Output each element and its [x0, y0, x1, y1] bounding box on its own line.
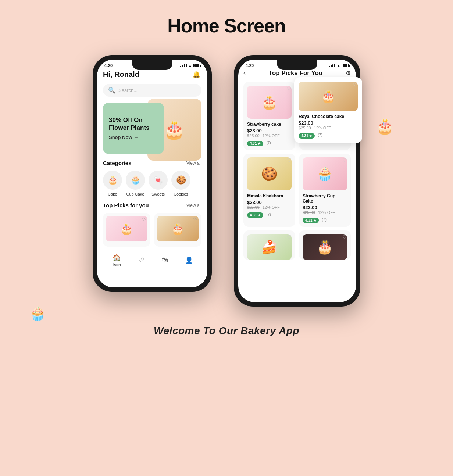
category-cookies[interactable]: 🍪 Cookies — [171, 171, 190, 196]
cart-icon: 🛍 — [161, 256, 168, 264]
product-name-strawberry: Strawberry cake — [247, 122, 292, 127]
product-card-roll[interactable]: 🍰 ♡ — [243, 230, 295, 260]
nav-favorites[interactable]: ♡ — [138, 256, 144, 264]
category-sweets[interactable]: 🍬 Sweets — [149, 171, 168, 196]
cake-label: Cake — [108, 192, 117, 196]
rating-badge-strawberry: 4.31 ★ — [247, 141, 263, 146]
top-picks-view-all[interactable]: View all — [186, 203, 201, 208]
popup-rating-row: 4.31 ★ (7) — [299, 132, 358, 139]
rating-badge-masala: 4.31 ★ — [247, 212, 263, 218]
status-icons-left: ▲ — [180, 64, 200, 68]
product-name-cupcake: Strawberry Cup Cake — [303, 193, 347, 204]
product-heart-cupcake[interactable]: ♡ — [342, 157, 347, 163]
product-heart-roll[interactable]: ♡ — [287, 234, 292, 240]
popup-product-price: $23.00 — [299, 120, 358, 126]
product-off-masala: 12% OFF — [263, 205, 280, 210]
pick-card-2[interactable]: 🎂 ♡ — [154, 213, 201, 247]
rating-badge-cupcake: 4.31 ★ — [303, 218, 319, 223]
product-img-strawberry: 🎂 — [247, 86, 292, 119]
cookies-icon: 🍪 — [171, 171, 190, 190]
search-bar[interactable]: 🔍 Search... — [103, 84, 201, 97]
product-img-masala: 🍪 — [247, 157, 292, 190]
product-heart-masala[interactable]: ♡ — [287, 157, 292, 163]
status-time-left: 4:20 — [104, 63, 113, 68]
cupcake-decoration-left: 🧁 — [29, 306, 46, 321]
profile-icon: 👤 — [185, 256, 193, 264]
categories-view-all[interactable]: View all — [186, 161, 201, 166]
product-img-roll: 🍰 — [247, 234, 292, 260]
search-placeholder: Search... — [118, 87, 138, 93]
greeting-text: Hi, Ronald — [103, 70, 139, 79]
categories-row: 🎂 Cake 🧁 Cup Cake 🍬 Sweets 🍪 Cookies — [103, 171, 201, 196]
back-button[interactable]: ‹ — [243, 69, 246, 77]
product-card-dark[interactable]: 🎂 ♡ — [299, 230, 351, 260]
cake-icon: 🎂 — [103, 171, 122, 190]
promo-shop-now[interactable]: Shop Now → — [109, 135, 158, 140]
heart-nav-icon: ♡ — [138, 256, 144, 264]
category-cake[interactable]: 🎂 Cake — [103, 171, 122, 196]
product-price-strawberry: $23.00 — [247, 128, 292, 133]
product-heart-dark[interactable]: ♡ — [342, 234, 347, 240]
welcome-text: Welcome To Our Bakery App — [154, 325, 299, 337]
product-card-cupcake[interactable]: 🧁 ♡ Strawberry Cup Cake $23.00 $25.00 12… — [299, 154, 351, 227]
highlighted-product-popup[interactable]: 🎂 ♡ Royal Chocolate cake $23.00 $25.00 1… — [294, 77, 362, 143]
wifi-icon: ▲ — [188, 64, 192, 68]
rating-row-strawberry: 4.31 ★ (7) — [247, 139, 292, 146]
product-card-masala[interactable]: 🍪 ♡ Masala Khakhara $23.00 $25.00 12% OF… — [243, 154, 295, 227]
review-count-masala: (7) — [266, 212, 271, 216]
category-cupcake[interactable]: 🧁 Cup Cake — [126, 171, 145, 196]
battery-icon — [193, 64, 200, 67]
battery-icon-right — [342, 64, 349, 67]
pick-card-1-image: 🎂 — [106, 216, 147, 241]
right-header-title: Top Picks For You — [269, 69, 322, 77]
nav-home[interactable]: 🏠 Home — [111, 254, 121, 266]
sweets-icon: 🍬 — [149, 171, 168, 190]
phones-row: 4:20 ▲ Hi, Ronald — [7, 55, 446, 307]
cupcake-icon: 🧁 — [126, 171, 145, 190]
signal-icon-right — [329, 64, 335, 67]
status-time-right: 4:20 — [246, 63, 254, 68]
popup-heart[interactable]: ♡ — [353, 82, 358, 87]
product-off-cupcake: 12% OFF — [318, 210, 335, 215]
search-icon: 🔍 — [108, 87, 115, 94]
nav-profile[interactable]: 👤 — [185, 256, 193, 264]
popup-image: 🎂 — [299, 82, 358, 111]
nav-cart[interactable]: 🛍 — [161, 256, 168, 264]
filter-icon[interactable]: ⚙ — [346, 69, 351, 76]
review-count-strawberry: (7) — [266, 141, 271, 145]
popup-review-count: (7) — [318, 133, 322, 137]
product-oldprice-strawberry: $25.00 — [247, 133, 260, 138]
popup-off: 12% OFF — [314, 126, 331, 130]
pick-heart-2[interactable]: ♡ — [193, 216, 198, 222]
wifi-icon-right: ▲ — [337, 64, 340, 68]
left-phone: 4:20 ▲ Hi, Ronald — [93, 55, 212, 292]
categories-section-header: Categories View all — [103, 160, 201, 166]
popup-rating-badge: 4.31 ★ — [299, 133, 315, 139]
pick-heart-1[interactable]: ♡ — [142, 216, 147, 222]
review-count-cupcake: (7) — [322, 218, 326, 222]
product-heart-strawberry[interactable]: ♡ — [287, 86, 292, 92]
promo-banner[interactable]: 30% Off OnFlower Plants Shop Now → 🎂 — [103, 103, 201, 154]
pick-card-1[interactable]: 🎂 ♡ — [103, 213, 150, 247]
product-price-cupcake: $23.00 — [303, 205, 347, 210]
cake-decoration-right: 🎂 — [376, 118, 394, 135]
popup-product-name: Royal Chocolate cake — [299, 114, 358, 119]
bell-icon[interactable]: 🔔 — [191, 69, 201, 79]
signal-icon — [180, 64, 187, 67]
rating-row-cupcake: 4.31 ★ (7) — [303, 216, 347, 223]
top-picks-section-header: Top Picks for you View all — [103, 202, 201, 208]
bottom-nav: 🏠 Home ♡ 🛍 👤 — [103, 250, 201, 268]
product-off-strawberry: 12% OFF — [263, 133, 280, 138]
product-img-dark: 🎂 — [303, 234, 347, 260]
product-name-masala: Masala Khakhara — [247, 193, 292, 198]
product-oldprice-cupcake: $25.00 — [303, 210, 315, 215]
sweets-label: Sweets — [151, 192, 165, 196]
product-card-strawberry[interactable]: 🎂 ♡ Strawberry cake $23.00 $25.00 12% OF… — [243, 82, 295, 150]
promo-title: 30% Off OnFlower Plants — [109, 117, 158, 132]
greeting-row: Hi, Ronald 🔔 — [103, 69, 201, 79]
promo-green-area: 30% Off OnFlower Plants Shop Now → — [103, 103, 164, 154]
left-phone-screen: 4:20 ▲ Hi, Ronald — [97, 60, 207, 287]
notch-left — [132, 60, 172, 70]
categories-title: Categories — [103, 160, 132, 166]
product-price-masala: $23.00 — [247, 200, 292, 205]
